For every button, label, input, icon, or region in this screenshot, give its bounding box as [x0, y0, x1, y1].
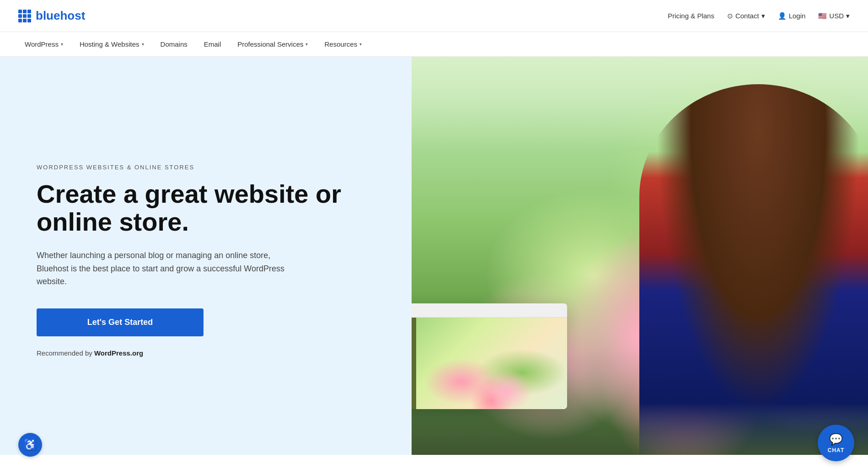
chat-label: CHAT	[828, 447, 844, 453]
logo-grid-icon	[18, 10, 31, 22]
logo-area[interactable]: bluehost	[18, 9, 85, 23]
hero-eyebrow: WORDPRESS WEBSITES & ONLINE STORES	[37, 164, 384, 171]
contact-icon: ⊙	[727, 12, 733, 20]
contact-chevron-icon: ▾	[761, 12, 765, 20]
wordpress-chevron-icon: ▾	[61, 42, 63, 47]
hero-subtext: Whether launching a personal blog or man…	[37, 249, 293, 288]
nav-item-domains[interactable]: Domains	[154, 32, 194, 57]
flag-icon: 🇺🇸	[818, 12, 827, 20]
browser-main-content	[416, 318, 567, 409]
nav-item-wordpress[interactable]: WordPress ▾	[18, 32, 70, 57]
nav-item-email[interactable]: Email	[198, 32, 228, 57]
main-navbar: WordPress ▾ Hosting & Websites ▾ Domains…	[0, 32, 868, 57]
logo-text: bluehost	[36, 9, 85, 23]
hosting-chevron-icon: ▾	[142, 42, 144, 47]
accessibility-button[interactable]: ♿	[18, 433, 42, 455]
cta-button[interactable]: Let's Get Started	[37, 308, 204, 336]
accessibility-icon: ♿	[23, 438, 37, 451]
browser-bar	[412, 303, 567, 318]
professional-services-chevron-icon: ▾	[305, 42, 308, 47]
resources-chevron-icon: ▾	[359, 42, 362, 47]
nav-item-professional-services[interactable]: Professional Services ▾	[231, 32, 314, 57]
recommended-brand: WordPress.org	[94, 349, 143, 357]
hero-right: Flora Home Products About Contact	[412, 57, 868, 455]
browser-flowers	[416, 318, 567, 409]
browser-mockup: Flora Home Products About Contact	[412, 303, 567, 409]
top-navbar: bluehost Pricing & Plans ⊙ Contact ▾ 👤 L…	[0, 0, 868, 32]
user-icon: 👤	[778, 12, 787, 20]
contact-link[interactable]: ⊙ Contact ▾	[727, 12, 765, 20]
person-image	[639, 84, 868, 455]
recommended-text: Recommended by WordPress.org	[37, 349, 384, 357]
hero-left: WORDPRESS WEBSITES & ONLINE STORES Creat…	[0, 57, 412, 455]
login-link[interactable]: 👤 Login	[778, 12, 806, 20]
currency-chevron-icon: ▾	[846, 12, 850, 20]
pricing-plans-link[interactable]: Pricing & Plans	[668, 12, 714, 20]
nav-item-hosting[interactable]: Hosting & Websites ▾	[73, 32, 150, 57]
chat-icon: 💬	[829, 433, 843, 446]
nav-item-resources[interactable]: Resources ▾	[318, 32, 368, 57]
browser-content: Flora Home Products About Contact	[412, 318, 567, 409]
currency-selector[interactable]: 🇺🇸 USD ▾	[818, 12, 850, 20]
hero-section: WORDPRESS WEBSITES & ONLINE STORES Creat…	[0, 57, 868, 455]
browser-sidebar: Flora Home Products About Contact	[412, 318, 416, 409]
hero-headline: Create a great website or online store.	[37, 180, 384, 236]
top-nav-right: Pricing & Plans ⊙ Contact ▾ 👤 Login 🇺🇸 U…	[668, 12, 850, 20]
